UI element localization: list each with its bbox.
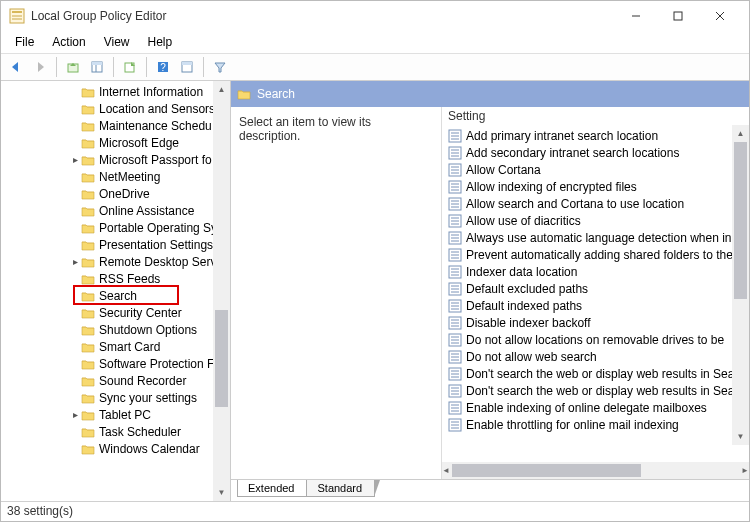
tree-item[interactable]: Microsoft Edge xyxy=(1,134,230,151)
forward-button[interactable] xyxy=(29,56,51,78)
tree-item[interactable]: Presentation Settings xyxy=(1,236,230,253)
setting-item[interactable]: Add primary intranet search location xyxy=(442,127,749,144)
policy-icon xyxy=(448,214,462,228)
tree-item[interactable]: ▸Microsoft Passport fo xyxy=(1,151,230,168)
tree-item[interactable]: Online Assistance xyxy=(1,202,230,219)
setting-item[interactable]: Don't search the web or display web resu… xyxy=(442,382,749,399)
setting-item[interactable]: Allow search and Cortana to use location xyxy=(442,195,749,212)
setting-label: Do not allow locations on removable driv… xyxy=(466,333,724,347)
tree-item[interactable]: Internet Information xyxy=(1,83,230,100)
tree-item[interactable]: RSS Feeds xyxy=(1,270,230,287)
scroll-up-icon[interactable]: ▲ xyxy=(732,125,749,142)
tree-item-label: Sync your settings xyxy=(99,391,197,405)
folder-icon xyxy=(81,256,95,268)
setting-item[interactable]: Enable indexing of online delegate mailb… xyxy=(442,399,749,416)
scroll-down-icon[interactable]: ▼ xyxy=(213,484,230,501)
tree-item[interactable]: Software Protection F xyxy=(1,355,230,372)
menu-action[interactable]: Action xyxy=(44,33,93,51)
tree-item-label: Microsoft Edge xyxy=(99,136,179,150)
setting-column-header[interactable]: Setting xyxy=(442,107,749,125)
titlebar: Local Group Policy Editor xyxy=(1,1,749,31)
tree-item[interactable]: Maintenance Schedu xyxy=(1,117,230,134)
chevron-right-icon[interactable]: ▸ xyxy=(69,256,81,267)
policy-icon xyxy=(448,146,462,160)
export-list-button[interactable] xyxy=(119,56,141,78)
tree-item[interactable]: Shutdown Options xyxy=(1,321,230,338)
policy-icon xyxy=(448,231,462,245)
setting-label: Allow search and Cortana to use location xyxy=(466,197,684,211)
settings-vscrollbar[interactable]: ▲ ▼ xyxy=(732,125,749,445)
policy-icon xyxy=(448,163,462,177)
properties-button[interactable] xyxy=(176,56,198,78)
setting-item[interactable]: Enable throttling for online mail indexi… xyxy=(442,416,749,433)
scroll-right-icon[interactable]: ► xyxy=(741,462,749,479)
setting-item[interactable]: Allow use of diacritics xyxy=(442,212,749,229)
back-button[interactable] xyxy=(5,56,27,78)
menu-file[interactable]: File xyxy=(7,33,42,51)
menu-view[interactable]: View xyxy=(96,33,138,51)
tree-item[interactable]: Task Scheduler xyxy=(1,423,230,440)
setting-item[interactable]: Don't search the web or display web resu… xyxy=(442,365,749,382)
scroll-left-icon[interactable]: ◄ xyxy=(442,462,450,479)
tree-item[interactable]: Sync your settings xyxy=(1,389,230,406)
policy-icon xyxy=(448,248,462,262)
setting-label: Don't search the web or display web resu… xyxy=(466,367,734,381)
tree-item[interactable]: Location and Sensors xyxy=(1,100,230,117)
policy-icon xyxy=(448,401,462,415)
tab-standard[interactable]: Standard xyxy=(306,480,375,497)
tree-item[interactable]: Smart Card xyxy=(1,338,230,355)
setting-item[interactable]: Default excluded paths xyxy=(442,280,749,297)
folder-icon xyxy=(81,290,95,302)
setting-item[interactable]: Default indexed paths xyxy=(442,297,749,314)
svg-text:?: ? xyxy=(160,62,166,73)
tree-item-label: Smart Card xyxy=(99,340,160,354)
close-button[interactable] xyxy=(699,2,741,30)
window-title: Local Group Policy Editor xyxy=(31,9,166,23)
scroll-up-icon[interactable]: ▲ xyxy=(213,81,230,98)
chevron-right-icon[interactable]: ▸ xyxy=(69,409,81,420)
tree-item[interactable]: Sound Recorder xyxy=(1,372,230,389)
tree[interactable]: Internet InformationLocation and Sensors… xyxy=(1,81,230,501)
setting-item[interactable]: Always use automatic language detection … xyxy=(442,229,749,246)
tree-item[interactable]: Portable Operating Sy xyxy=(1,219,230,236)
tree-item-label: Remote Desktop Serv xyxy=(99,255,216,269)
folder-icon xyxy=(81,307,95,319)
minimize-button[interactable] xyxy=(615,2,657,30)
tree-vscrollbar[interactable]: ▲ ▼ xyxy=(213,81,230,501)
tree-item[interactable]: Security Center xyxy=(1,304,230,321)
tree-item[interactable]: ▸Tablet PC xyxy=(1,406,230,423)
folder-icon xyxy=(81,188,95,200)
tree-item[interactable]: Search xyxy=(1,287,230,304)
tree-item[interactable]: NetMeeting xyxy=(1,168,230,185)
show-hide-tree-button[interactable] xyxy=(86,56,108,78)
tab-extended[interactable]: Extended xyxy=(237,480,307,497)
detail-tabs: Extended Standard xyxy=(231,479,749,501)
setting-item[interactable]: Disable indexer backoff xyxy=(442,314,749,331)
filter-button[interactable] xyxy=(209,56,231,78)
folder-icon xyxy=(81,273,95,285)
setting-item[interactable]: Allow indexing of encrypted files xyxy=(442,178,749,195)
setting-item[interactable]: Allow Cortana xyxy=(442,161,749,178)
setting-item[interactable]: Indexer data location xyxy=(442,263,749,280)
tree-item[interactable]: ▸Remote Desktop Serv xyxy=(1,253,230,270)
menu-help[interactable]: Help xyxy=(140,33,181,51)
help-button[interactable]: ? xyxy=(152,56,174,78)
detail-pane: Search Select an item to view its descri… xyxy=(231,81,749,501)
setting-item[interactable]: Add secondary intranet search locations xyxy=(442,144,749,161)
setting-item[interactable]: Do not allow locations on removable driv… xyxy=(442,331,749,348)
scroll-down-icon[interactable]: ▼ xyxy=(732,428,749,445)
up-button[interactable] xyxy=(62,56,84,78)
description-column: Select an item to view its description. xyxy=(231,107,441,479)
tree-item-label: Microsoft Passport fo xyxy=(99,153,212,167)
tree-item[interactable]: Windows Calendar xyxy=(1,440,230,457)
maximize-button[interactable] xyxy=(657,2,699,30)
setting-item[interactable]: Prevent automatically adding shared fold… xyxy=(442,246,749,263)
tree-item[interactable]: OneDrive xyxy=(1,185,230,202)
settings-hscrollbar[interactable]: ◄ ► xyxy=(442,462,749,479)
folder-icon xyxy=(81,358,95,370)
app-icon xyxy=(9,8,25,24)
setting-item[interactable]: Do not allow web search xyxy=(442,348,749,365)
folder-icon xyxy=(81,154,95,166)
chevron-right-icon[interactable]: ▸ xyxy=(69,154,81,165)
folder-icon xyxy=(81,86,95,98)
